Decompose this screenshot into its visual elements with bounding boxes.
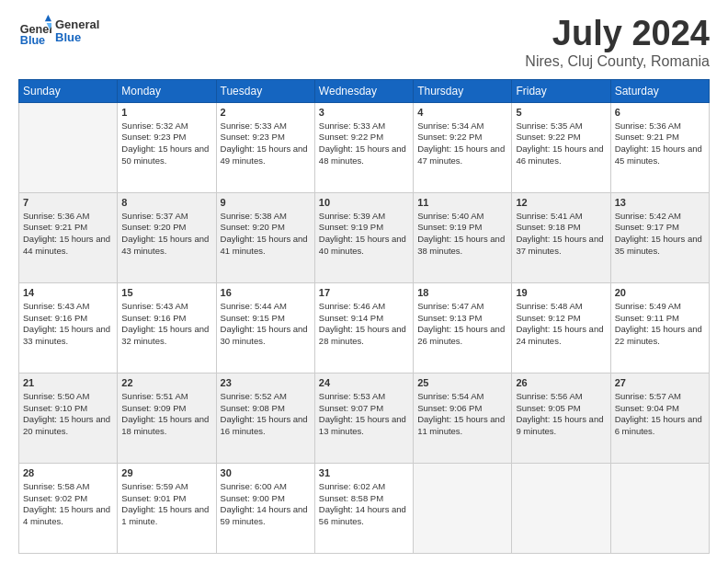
day-info: Sunrise: 5:56 AMSunset: 9:05 PMDaylight:… — [516, 391, 603, 436]
day-info: Sunrise: 5:57 AMSunset: 9:04 PMDaylight:… — [615, 391, 702, 436]
svg-text:Blue: Blue — [20, 34, 45, 47]
location-title: Nires, Cluj County, Romania — [525, 53, 710, 70]
day-number: 19 — [516, 286, 606, 300]
calendar-day-cell: 13Sunrise: 5:42 AMSunset: 9:17 PMDayligh… — [610, 192, 709, 282]
day-info: Sunrise: 5:51 AMSunset: 9:09 PMDaylight:… — [121, 391, 209, 436]
day-info: Sunrise: 5:36 AMSunset: 9:21 PMDaylight:… — [23, 211, 110, 256]
calendar-day-cell: 7Sunrise: 5:36 AMSunset: 9:21 PMDaylight… — [19, 192, 118, 282]
logo: General Blue General Blue — [18, 15, 99, 48]
day-number: 30 — [221, 466, 311, 480]
weekday-header-cell: Thursday — [414, 79, 512, 102]
calendar-week-row: 28Sunrise: 5:58 AMSunset: 9:02 PMDayligh… — [19, 463, 710, 553]
calendar-day-cell: 27Sunrise: 5:57 AMSunset: 9:04 PMDayligh… — [610, 373, 709, 463]
day-info: Sunrise: 5:54 AMSunset: 9:06 PMDaylight:… — [417, 391, 505, 436]
calendar-day-cell: 18Sunrise: 5:47 AMSunset: 9:13 PMDayligh… — [414, 282, 512, 373]
calendar-week-row: 14Sunrise: 5:43 AMSunset: 9:16 PMDayligh… — [19, 282, 710, 373]
calendar-day-cell: 26Sunrise: 5:56 AMSunset: 9:05 PMDayligh… — [512, 373, 610, 463]
calendar-day-cell: 28Sunrise: 5:58 AMSunset: 9:02 PMDayligh… — [19, 463, 118, 553]
day-number: 24 — [319, 376, 409, 390]
day-number: 3 — [319, 106, 409, 120]
day-info: Sunrise: 5:33 AMSunset: 9:22 PMDaylight:… — [319, 121, 406, 166]
logo-icon: General Blue — [18, 15, 51, 48]
day-number: 29 — [121, 466, 211, 480]
day-number: 16 — [221, 286, 311, 300]
day-number: 7 — [23, 196, 113, 210]
day-info: Sunrise: 5:37 AMSunset: 9:20 PMDaylight:… — [121, 211, 209, 256]
day-number: 12 — [516, 196, 606, 210]
day-info: Sunrise: 5:59 AMSunset: 9:01 PMDaylight:… — [121, 481, 209, 526]
logo-blue-text: Blue — [55, 31, 99, 44]
calendar-week-row: 21Sunrise: 5:50 AMSunset: 9:10 PMDayligh… — [19, 373, 710, 463]
weekday-header-row: SundayMondayTuesdayWednesdayThursdayFrid… — [19, 79, 710, 102]
weekday-header-cell: Friday — [512, 79, 610, 102]
calendar-day-cell: 30Sunrise: 6:00 AMSunset: 9:00 PMDayligh… — [216, 463, 314, 553]
day-number: 8 — [121, 196, 211, 210]
day-info: Sunrise: 5:34 AMSunset: 9:22 PMDaylight:… — [417, 121, 505, 166]
calendar-day-cell: 10Sunrise: 5:39 AMSunset: 9:19 PMDayligh… — [314, 192, 413, 282]
day-number: 9 — [221, 196, 311, 210]
calendar-day-cell: 1Sunrise: 5:32 AMSunset: 9:23 PMDaylight… — [118, 102, 216, 192]
day-number: 13 — [615, 196, 705, 210]
calendar-day-cell: 25Sunrise: 5:54 AMSunset: 9:06 PMDayligh… — [414, 373, 512, 463]
day-number: 20 — [615, 286, 705, 300]
day-info: Sunrise: 6:00 AMSunset: 9:00 PMDaylight:… — [221, 481, 308, 526]
day-number: 23 — [221, 376, 311, 390]
calendar-day-cell: 19Sunrise: 5:48 AMSunset: 9:12 PMDayligh… — [512, 282, 610, 373]
day-info: Sunrise: 5:43 AMSunset: 9:16 PMDaylight:… — [23, 301, 110, 346]
day-info: Sunrise: 5:50 AMSunset: 9:10 PMDaylight:… — [23, 391, 110, 436]
calendar-day-cell: 3Sunrise: 5:33 AMSunset: 9:22 PMDaylight… — [314, 102, 413, 192]
day-info: Sunrise: 5:48 AMSunset: 9:12 PMDaylight:… — [516, 301, 603, 346]
day-info: Sunrise: 5:44 AMSunset: 9:15 PMDaylight:… — [221, 301, 308, 346]
day-number: 6 — [615, 106, 705, 120]
calendar-body: 1Sunrise: 5:32 AMSunset: 9:23 PMDaylight… — [19, 102, 710, 553]
day-number: 15 — [121, 286, 211, 300]
calendar-day-cell: 8Sunrise: 5:37 AMSunset: 9:20 PMDaylight… — [118, 192, 216, 282]
day-number: 28 — [23, 466, 113, 480]
day-number: 22 — [121, 376, 211, 390]
calendar-day-cell: 6Sunrise: 5:36 AMSunset: 9:21 PMDaylight… — [610, 102, 709, 192]
day-info: Sunrise: 5:53 AMSunset: 9:07 PMDaylight:… — [319, 391, 406, 436]
calendar-day-cell: 17Sunrise: 5:46 AMSunset: 9:14 PMDayligh… — [314, 282, 413, 373]
calendar-day-cell: 2Sunrise: 5:33 AMSunset: 9:23 PMDaylight… — [216, 102, 314, 192]
day-info: Sunrise: 5:58 AMSunset: 9:02 PMDaylight:… — [23, 481, 110, 526]
day-number: 25 — [417, 376, 507, 390]
day-info: Sunrise: 5:33 AMSunset: 9:23 PMDaylight:… — [221, 121, 308, 166]
weekday-header-cell: Sunday — [19, 79, 118, 102]
calendar-day-cell — [512, 463, 610, 553]
calendar-day-cell: 29Sunrise: 5:59 AMSunset: 9:01 PMDayligh… — [118, 463, 216, 553]
calendar: SundayMondayTuesdayWednesdayThursdayFrid… — [18, 79, 710, 554]
day-info: Sunrise: 5:35 AMSunset: 9:22 PMDaylight:… — [516, 121, 603, 166]
day-info: Sunrise: 5:40 AMSunset: 9:19 PMDaylight:… — [417, 211, 505, 256]
weekday-header-cell: Tuesday — [216, 79, 314, 102]
calendar-day-cell: 14Sunrise: 5:43 AMSunset: 9:16 PMDayligh… — [19, 282, 118, 373]
calendar-day-cell: 11Sunrise: 5:40 AMSunset: 9:19 PMDayligh… — [414, 192, 512, 282]
calendar-week-row: 1Sunrise: 5:32 AMSunset: 9:23 PMDaylight… — [19, 102, 710, 192]
day-number: 10 — [319, 196, 409, 210]
day-number: 31 — [319, 466, 409, 480]
day-number: 4 — [417, 106, 507, 120]
day-info: Sunrise: 5:52 AMSunset: 9:08 PMDaylight:… — [221, 391, 308, 436]
calendar-day-cell: 5Sunrise: 5:35 AMSunset: 9:22 PMDaylight… — [512, 102, 610, 192]
day-number: 26 — [516, 376, 606, 390]
calendar-day-cell: 23Sunrise: 5:52 AMSunset: 9:08 PMDayligh… — [216, 373, 314, 463]
svg-marker-2 — [45, 15, 51, 21]
calendar-day-cell: 21Sunrise: 5:50 AMSunset: 9:10 PMDayligh… — [19, 373, 118, 463]
day-number: 11 — [417, 196, 507, 210]
day-number: 1 — [121, 106, 211, 120]
day-info: Sunrise: 5:38 AMSunset: 9:20 PMDaylight:… — [221, 211, 308, 256]
day-info: Sunrise: 5:49 AMSunset: 9:11 PMDaylight:… — [615, 301, 702, 346]
title-block: July 2024 Nires, Cluj County, Romania — [525, 15, 710, 70]
calendar-day-cell: 4Sunrise: 5:34 AMSunset: 9:22 PMDaylight… — [414, 102, 512, 192]
calendar-day-cell: 20Sunrise: 5:49 AMSunset: 9:11 PMDayligh… — [610, 282, 709, 373]
day-number: 2 — [221, 106, 311, 120]
day-info: Sunrise: 5:36 AMSunset: 9:21 PMDaylight:… — [615, 121, 702, 166]
calendar-day-cell: 15Sunrise: 5:43 AMSunset: 9:16 PMDayligh… — [118, 282, 216, 373]
day-number: 5 — [516, 106, 606, 120]
day-number: 17 — [319, 286, 409, 300]
weekday-header-cell: Wednesday — [314, 79, 413, 102]
day-info: Sunrise: 5:46 AMSunset: 9:14 PMDaylight:… — [319, 301, 406, 346]
calendar-day-cell: 31Sunrise: 6:02 AMSunset: 8:58 PMDayligh… — [314, 463, 413, 553]
calendar-week-row: 7Sunrise: 5:36 AMSunset: 9:21 PMDaylight… — [19, 192, 710, 282]
month-title: July 2024 — [525, 15, 710, 53]
day-number: 14 — [23, 286, 113, 300]
